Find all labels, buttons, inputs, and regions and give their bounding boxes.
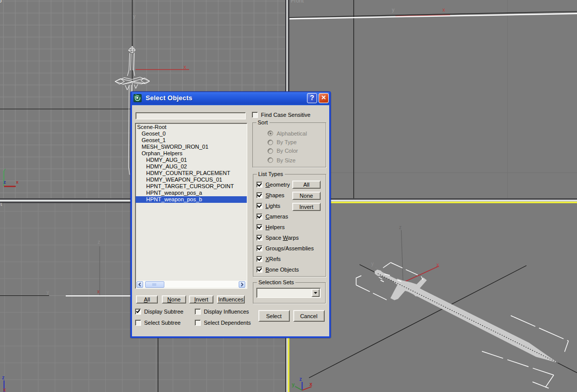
svg-text:y: y (371, 261, 374, 267)
svg-text:x: x (184, 64, 186, 70)
svg-text:y: y (392, 7, 394, 13)
svg-text:z: z (98, 239, 100, 245)
svg-text:x: x (97, 289, 100, 294)
svg-text:z: z (4, 180, 6, 185)
svg-text:z: z (399, 225, 402, 230)
svg-text:p: p (0, 0, 2, 4)
svg-text:z: z (2, 375, 5, 380)
svg-text:x: x (309, 381, 313, 387)
svg-text:x: x (16, 180, 19, 185)
svg-text:y: y (47, 289, 49, 295)
svg-text:z: z (299, 376, 302, 382)
svg-text:x: x (3, 387, 6, 392)
svg-text:Front: Front (291, 0, 304, 4)
svg-text:y: y (292, 382, 295, 387)
svg-text:x: x (442, 7, 445, 13)
svg-text:x: x (436, 262, 439, 268)
svg-text:y: y (133, 14, 136, 19)
